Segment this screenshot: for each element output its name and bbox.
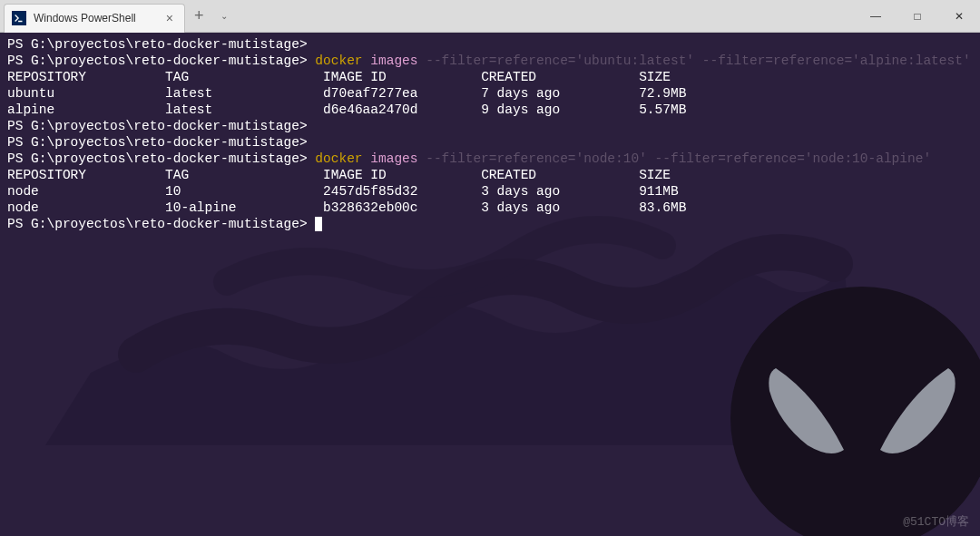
command-flag: --filter=reference='ubuntu:latest' --fil… [426,54,970,68]
svg-point-1 [730,287,980,536]
tab-dropdown-button[interactable]: ⌄ [213,11,235,21]
cell-imageid: b328632eb00c [323,200,417,215]
cell-tag: latest [165,86,212,101]
tab[interactable]: Windows PowerShell × [4,4,185,33]
maximize-button[interactable]: □ [897,0,938,32]
mask-art [708,264,980,536]
prompt-line: PS G:\proyectos\reto-docker-mutistage> [7,135,308,150]
cell-size: 83.6MB [639,200,686,215]
cell-tag: 10 [165,184,181,199]
cell-repo: ubuntu [7,86,54,101]
cell-created: 3 days ago [481,184,560,199]
watermark: @51CTO博客 [903,514,969,531]
cursor [315,217,322,231]
window-controls: — □ ✕ [855,0,980,32]
col-repo: REPOSITORY [7,168,86,182]
close-button[interactable]: ✕ [938,0,980,32]
prompt-line: PS G:\proyectos\reto-docker-mutistage> [7,151,308,166]
new-tab-button[interactable]: + [185,6,213,25]
cell-created: 3 days ago [481,200,560,215]
prompt-line: PS G:\proyectos\reto-docker-mutistage> [7,217,308,231]
cell-repo: node [7,184,39,199]
command-flag: --filter=reference='node:10' --filter=re… [426,151,931,166]
prompt-line: PS G:\proyectos\reto-docker-mutistage> [7,54,308,68]
col-created: CREATED [481,70,536,84]
command-arg: images [370,151,417,166]
cell-imageid: d70eaf7277ea [323,86,417,101]
cell-tag: 10-alpine [165,200,236,215]
cell-repo: node [7,200,39,215]
cell-tag: latest [165,102,212,117]
cell-size: 5.57MB [639,102,686,117]
powershell-icon [12,11,26,25]
col-size: SIZE [639,70,671,84]
window: Windows PowerShell × + ⌄ — □ ✕ PS G:\pro… [0,0,980,536]
terminal-content: PS G:\proyectos\reto-docker-mutistage> P… [7,36,973,232]
col-repo: REPOSITORY [7,70,86,84]
tab-close-button[interactable]: × [162,11,177,25]
cell-created: 7 days ago [481,86,560,101]
cell-size: 911MB [639,184,679,199]
minimize-button[interactable]: — [855,0,897,32]
col-created: CREATED [481,168,536,182]
command-arg: images [370,54,417,68]
col-tag: TAG [165,168,189,182]
cell-imageid: 2457d5f85d32 [323,184,417,199]
cell-created: 9 days ago [481,102,560,117]
cell-size: 72.9MB [639,86,686,101]
titlebar: Windows PowerShell × + ⌄ — □ ✕ [0,0,980,33]
col-tag: TAG [165,70,189,84]
col-size: SIZE [639,168,671,182]
col-imageid: IMAGE ID [323,168,387,182]
command: docker [315,151,362,166]
cell-imageid: d6e46aa2470d [323,102,417,117]
col-imageid: IMAGE ID [323,70,387,84]
prompt-line: PS G:\proyectos\reto-docker-mutistage> [7,37,308,52]
cell-repo: alpine [7,102,54,117]
prompt-line: PS G:\proyectos\reto-docker-mutistage> [7,119,308,133]
tab-title: Windows PowerShell [34,12,155,24]
command: docker [315,54,362,68]
terminal[interactable]: PS G:\proyectos\reto-docker-mutistage> P… [0,33,980,536]
